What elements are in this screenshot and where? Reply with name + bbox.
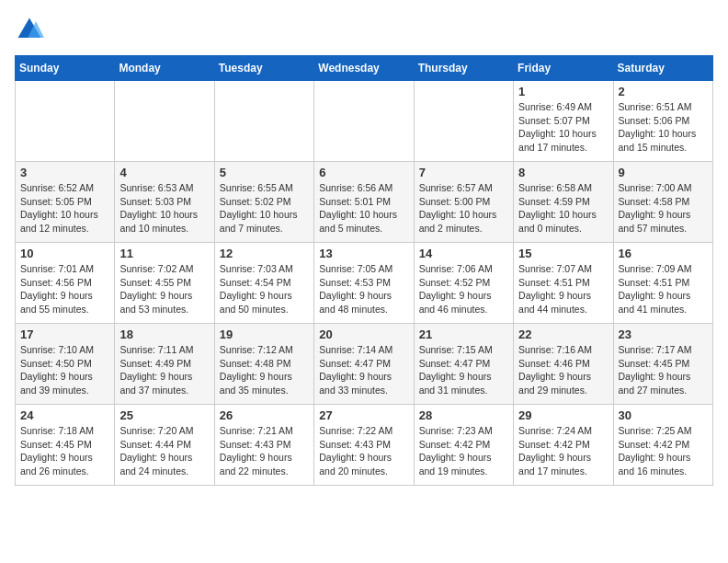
calendar-cell: 6Sunrise: 6:56 AMSunset: 5:01 PMDaylight… <box>314 162 414 243</box>
calendar-cell: 9Sunrise: 7:00 AMSunset: 4:58 PMDaylight… <box>613 162 712 243</box>
day-number: 25 <box>119 408 209 422</box>
calendar-cell: 10Sunrise: 7:01 AMSunset: 4:56 PMDayligh… <box>16 243 115 324</box>
day-number: 23 <box>619 327 708 341</box>
day-detail: Sunrise: 7:05 AMSunset: 4:53 PMDaylight:… <box>319 262 408 316</box>
calendar-cell: 21Sunrise: 7:15 AMSunset: 4:47 PMDayligh… <box>414 324 513 405</box>
page-header <box>15 15 713 44</box>
day-number: 20 <box>319 327 408 341</box>
calendar-cell: 27Sunrise: 7:22 AMSunset: 4:43 PMDayligh… <box>314 405 414 486</box>
day-detail: Sunrise: 7:21 AMSunset: 4:43 PMDaylight:… <box>220 424 309 478</box>
weekday-header: Monday <box>115 56 214 81</box>
day-detail: Sunrise: 7:12 AMSunset: 4:48 PMDaylight:… <box>220 343 309 397</box>
day-detail: Sunrise: 7:03 AMSunset: 4:54 PMDaylight:… <box>220 262 309 316</box>
weekday-header: Friday <box>514 56 613 81</box>
calendar-header: SundayMondayTuesdayWednesdayThursdayFrid… <box>16 56 713 81</box>
logo-icon <box>15 15 44 44</box>
day-number: 11 <box>119 247 209 260</box>
weekday-header: Saturday <box>613 56 712 81</box>
weekday-header: Thursday <box>414 56 513 81</box>
day-detail: Sunrise: 7:07 AMSunset: 4:51 PMDaylight:… <box>518 262 608 316</box>
calendar-cell: 1Sunrise: 6:49 AMSunset: 5:07 PMDaylight… <box>514 81 613 162</box>
day-detail: Sunrise: 6:55 AMSunset: 5:02 PMDaylight:… <box>220 181 309 236</box>
day-detail: Sunrise: 7:14 AMSunset: 4:47 PMDaylight:… <box>319 343 408 397</box>
day-detail: Sunrise: 7:09 AMSunset: 4:51 PMDaylight:… <box>619 262 708 316</box>
calendar-week-row: 17Sunrise: 7:10 AMSunset: 4:50 PMDayligh… <box>16 324 713 405</box>
weekday-header: Sunday <box>16 56 115 81</box>
day-number: 18 <box>119 327 209 341</box>
day-number: 6 <box>319 166 408 179</box>
calendar-cell: 3Sunrise: 6:52 AMSunset: 5:05 PMDaylight… <box>16 162 115 243</box>
day-number: 1 <box>518 85 608 98</box>
calendar-cell: 2Sunrise: 6:51 AMSunset: 5:06 PMDaylight… <box>613 81 712 162</box>
day-number: 27 <box>319 408 408 422</box>
logo <box>15 15 48 44</box>
day-number: 12 <box>220 247 309 260</box>
day-number: 30 <box>619 408 708 422</box>
day-detail: Sunrise: 6:51 AMSunset: 5:06 PMDaylight:… <box>619 100 708 155</box>
day-detail: Sunrise: 6:49 AMSunset: 5:07 PMDaylight:… <box>518 100 608 155</box>
day-detail: Sunrise: 7:22 AMSunset: 4:43 PMDaylight:… <box>319 424 408 478</box>
calendar-cell: 23Sunrise: 7:17 AMSunset: 4:45 PMDayligh… <box>613 324 712 405</box>
calendar-cell: 29Sunrise: 7:24 AMSunset: 4:42 PMDayligh… <box>514 405 613 486</box>
day-detail: Sunrise: 7:00 AMSunset: 4:58 PMDaylight:… <box>619 181 708 236</box>
day-detail: Sunrise: 6:57 AMSunset: 5:00 PMDaylight:… <box>419 181 508 236</box>
day-number: 9 <box>619 166 708 179</box>
day-number: 28 <box>419 408 508 422</box>
day-detail: Sunrise: 7:17 AMSunset: 4:45 PMDaylight:… <box>619 343 708 397</box>
calendar-cell: 26Sunrise: 7:21 AMSunset: 4:43 PMDayligh… <box>214 405 313 486</box>
day-number: 4 <box>119 166 209 179</box>
day-number: 14 <box>419 247 508 260</box>
calendar-cell: 5Sunrise: 6:55 AMSunset: 5:02 PMDaylight… <box>214 162 313 243</box>
calendar-cell: 22Sunrise: 7:16 AMSunset: 4:46 PMDayligh… <box>514 324 613 405</box>
day-number: 19 <box>220 327 309 341</box>
day-detail: Sunrise: 7:18 AMSunset: 4:45 PMDaylight:… <box>20 424 109 478</box>
day-number: 24 <box>20 408 109 422</box>
day-number: 26 <box>220 408 309 422</box>
calendar-cell: 24Sunrise: 7:18 AMSunset: 4:45 PMDayligh… <box>16 405 115 486</box>
calendar-cell: 20Sunrise: 7:14 AMSunset: 4:47 PMDayligh… <box>314 324 414 405</box>
day-detail: Sunrise: 7:15 AMSunset: 4:47 PMDaylight:… <box>419 343 508 397</box>
day-detail: Sunrise: 7:10 AMSunset: 4:50 PMDaylight:… <box>20 343 109 397</box>
weekday-header: Tuesday <box>214 56 313 81</box>
calendar-cell: 17Sunrise: 7:10 AMSunset: 4:50 PMDayligh… <box>16 324 115 405</box>
calendar-cell: 11Sunrise: 7:02 AMSunset: 4:55 PMDayligh… <box>115 243 214 324</box>
calendar-cell: 18Sunrise: 7:11 AMSunset: 4:49 PMDayligh… <box>115 324 214 405</box>
day-number: 21 <box>419 327 508 341</box>
day-number: 7 <box>419 166 508 179</box>
day-detail: Sunrise: 6:53 AMSunset: 5:03 PMDaylight:… <box>119 181 209 236</box>
calendar-cell: 12Sunrise: 7:03 AMSunset: 4:54 PMDayligh… <box>214 243 313 324</box>
weekday-header: Wednesday <box>314 56 414 81</box>
calendar-cell: 13Sunrise: 7:05 AMSunset: 4:53 PMDayligh… <box>314 243 414 324</box>
calendar-cell: 8Sunrise: 6:58 AMSunset: 4:59 PMDaylight… <box>514 162 613 243</box>
day-detail: Sunrise: 7:01 AMSunset: 4:56 PMDaylight:… <box>20 262 109 316</box>
calendar-cell: 16Sunrise: 7:09 AMSunset: 4:51 PMDayligh… <box>613 243 712 324</box>
day-detail: Sunrise: 7:16 AMSunset: 4:46 PMDaylight:… <box>518 343 608 397</box>
calendar-week-row: 24Sunrise: 7:18 AMSunset: 4:45 PMDayligh… <box>16 405 713 486</box>
calendar-week-row: 3Sunrise: 6:52 AMSunset: 5:05 PMDaylight… <box>16 162 713 243</box>
day-detail: Sunrise: 6:56 AMSunset: 5:01 PMDaylight:… <box>319 181 408 236</box>
day-detail: Sunrise: 7:24 AMSunset: 4:42 PMDaylight:… <box>518 424 608 478</box>
day-number: 2 <box>619 85 708 98</box>
day-number: 5 <box>220 166 309 179</box>
calendar-cell: 30Sunrise: 7:25 AMSunset: 4:42 PMDayligh… <box>613 405 712 486</box>
day-number: 3 <box>20 166 109 179</box>
calendar-cell: 15Sunrise: 7:07 AMSunset: 4:51 PMDayligh… <box>514 243 613 324</box>
calendar-week-row: 10Sunrise: 7:01 AMSunset: 4:56 PMDayligh… <box>16 243 713 324</box>
day-detail: Sunrise: 7:25 AMSunset: 4:42 PMDaylight:… <box>619 424 708 478</box>
day-number: 15 <box>518 247 608 260</box>
calendar-table: SundayMondayTuesdayWednesdayThursdayFrid… <box>15 55 713 486</box>
calendar-cell <box>214 81 313 162</box>
calendar-body: 1Sunrise: 6:49 AMSunset: 5:07 PMDaylight… <box>16 81 713 486</box>
calendar-cell: 19Sunrise: 7:12 AMSunset: 4:48 PMDayligh… <box>214 324 313 405</box>
day-detail: Sunrise: 6:52 AMSunset: 5:05 PMDaylight:… <box>20 181 109 236</box>
day-detail: Sunrise: 7:06 AMSunset: 4:52 PMDaylight:… <box>419 262 508 316</box>
calendar-cell: 7Sunrise: 6:57 AMSunset: 5:00 PMDaylight… <box>414 162 513 243</box>
calendar-cell: 28Sunrise: 7:23 AMSunset: 4:42 PMDayligh… <box>414 405 513 486</box>
calendar-cell <box>16 81 115 162</box>
calendar-week-row: 1Sunrise: 6:49 AMSunset: 5:07 PMDaylight… <box>16 81 713 162</box>
day-detail: Sunrise: 7:02 AMSunset: 4:55 PMDaylight:… <box>119 262 209 316</box>
day-number: 13 <box>319 247 408 260</box>
day-number: 10 <box>20 247 109 260</box>
calendar-cell <box>314 81 414 162</box>
day-detail: Sunrise: 6:58 AMSunset: 4:59 PMDaylight:… <box>518 181 608 236</box>
